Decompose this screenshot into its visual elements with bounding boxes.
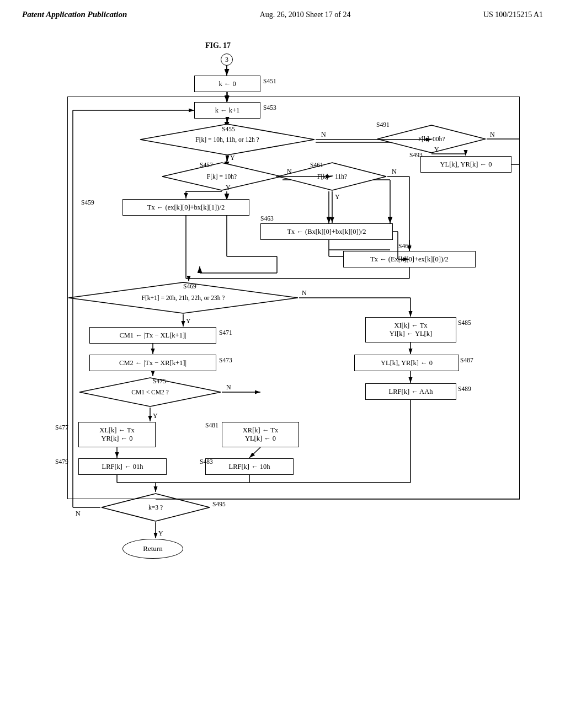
svg-text:Y: Y xyxy=(153,412,158,420)
publication-title: Patent Application Publication xyxy=(22,10,127,19)
svg-text:Y: Y xyxy=(186,317,191,325)
step-s475: CM1 < CM2 ? xyxy=(78,377,222,408)
svg-line-67 xyxy=(249,447,260,458)
step-s457: F[k] = 10h? xyxy=(161,162,282,191)
svg-text:N: N xyxy=(490,131,495,138)
label-s489: S489 xyxy=(458,386,471,392)
label-s473: S473 xyxy=(219,357,232,363)
svg-text:Y: Y xyxy=(335,193,340,201)
step-s493: YL[k], YR[k] ← 0 xyxy=(420,156,511,173)
step-s479: LRF[k] ← 01h xyxy=(78,458,167,475)
step-s483: LRF[k] ← 10h xyxy=(205,458,294,475)
label-s459: S459 xyxy=(81,199,94,206)
step-s485: XI[k] ← Tx YI[k] ← YL[k] xyxy=(365,317,456,342)
step-s465: Tx ← (Ex[k][0]+ex[k][0])/2 xyxy=(343,251,476,267)
step-s471: CM1 ← |Tx − XL[k+1]| xyxy=(89,327,216,344)
step-s487: YL[k], YR[k] ← 0 xyxy=(354,355,459,371)
publication-date: Aug. 26, 2010 Sheet 17 of 24 xyxy=(260,10,351,19)
step-s473: CM2 ← |Tx − XR[k+1]| xyxy=(89,355,216,371)
flowchart-diagram: FIG. 17 3 xyxy=(45,36,520,670)
svg-text:N: N xyxy=(321,131,326,138)
label-s495: S495 xyxy=(212,501,226,507)
label-s463: S463 xyxy=(260,215,274,222)
label-s453: S453 xyxy=(263,104,276,111)
svg-text:N: N xyxy=(76,510,81,517)
label-s479: S479 xyxy=(55,458,68,465)
label-s471: S471 xyxy=(219,329,232,336)
step-s461: F[k] = 11h? xyxy=(277,162,387,191)
step-s495: k=3 ? xyxy=(100,493,211,522)
step-s481: XR[k] ← Tx YL[k] ← 0 xyxy=(222,422,299,447)
step-s451: k ← 0 xyxy=(194,76,260,92)
label-s477: S477 xyxy=(55,424,68,431)
label-s451: S451 xyxy=(263,78,276,84)
label-s485: S485 xyxy=(458,319,471,326)
publication-number: US 100/215215 A1 xyxy=(483,10,543,19)
fig-circle-number: 3 xyxy=(221,53,233,66)
label-s487: S487 xyxy=(460,357,473,363)
step-s463: Tx ← (Bx[k][0]+bx[k][0])/2 xyxy=(260,223,393,240)
page-header: Patent Application Publication Aug. 26, … xyxy=(0,0,565,19)
step-s491: F[k]=00h? xyxy=(376,124,487,154)
step-return: Return xyxy=(122,539,183,559)
step-s455: F[k] = 10h, 11h, or 12h ? xyxy=(139,123,316,156)
step-s453: k ← k+1 xyxy=(194,102,260,119)
svg-text:Y: Y xyxy=(158,529,163,537)
step-s477: XL[k] ← Tx YR[k] ← 0 xyxy=(78,422,156,447)
label-s481: S481 xyxy=(205,422,218,429)
svg-text:N: N xyxy=(392,168,397,175)
svg-text:N: N xyxy=(302,289,307,297)
svg-text:N: N xyxy=(226,383,231,391)
step-s489: LRF[k] ← AAh xyxy=(365,383,456,400)
step-s459: Tx ← (ex[k][0]+bx[k][1])/2 xyxy=(122,199,249,216)
step-s469: F[k+1] = 20h, 21h, 22h, or 23h ? xyxy=(67,281,299,314)
fig-label: FIG. 17 xyxy=(205,41,231,50)
label-s483: S483 xyxy=(200,458,213,465)
label-s465: S465 xyxy=(398,243,412,249)
